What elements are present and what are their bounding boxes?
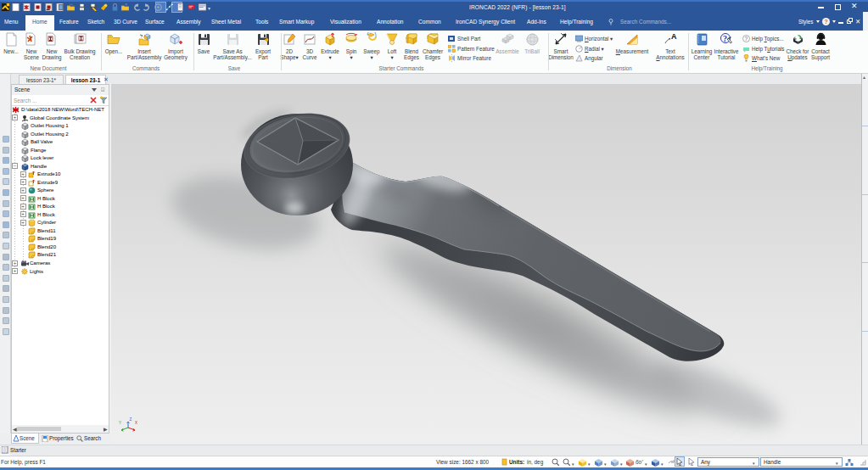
svg-text:A: A [671,32,677,41]
svg-text:Z: Z [130,417,132,422]
svg-text:?: ? [745,36,748,42]
svg-text:Y: Y [119,421,121,425]
svg-text:?: ? [723,34,727,43]
svg-text:X: X [135,421,137,425]
